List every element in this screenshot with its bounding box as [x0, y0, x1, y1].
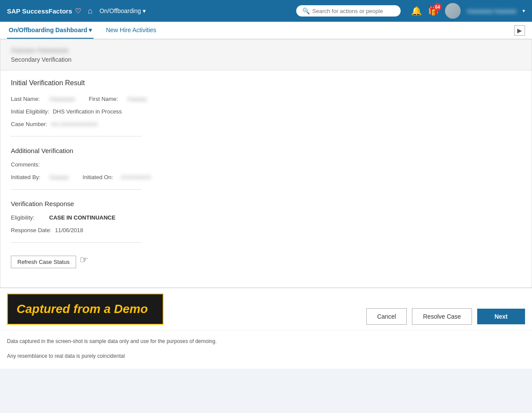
additional-verification-section: Additional Verification Comments: Initia… — [11, 147, 521, 190]
comments-field: Comments: — [11, 161, 49, 168]
module-chevron: ▾ — [143, 7, 146, 14]
dashboard-nav-item[interactable]: On/Offboarding Dashboard ▾ — [7, 22, 94, 39]
avatar[interactable] — [445, 3, 461, 19]
notification-badge: 64 — [434, 3, 442, 11]
response-date-row: Response Date: 11/06/2018 — [11, 227, 521, 233]
initiated-row: Initiated By: Aaaaaa Initiated On: AAAAA… — [11, 174, 521, 180]
section2-divider — [11, 189, 141, 190]
initial-verification-section: Initial Verification Result Last Name: A… — [11, 79, 521, 137]
eligibility-response-value: CASE IN CONTINUANCE — [49, 214, 115, 221]
gift-icon-container[interactable]: 🎁 64 — [428, 6, 439, 16]
resolve-case-button[interactable]: Resolve Case — [412, 308, 472, 325]
comments-row: Comments: — [11, 161, 521, 168]
last-name-value: Aaaaaaaa — [49, 96, 75, 102]
card-header: Aaaaaa Aaaaaaaa Secondary Verification — [0, 40, 532, 70]
case-number-row: Case Number: AA-AAAAAAAAAA — [11, 121, 521, 127]
page-subtitle: Secondary Verification — [11, 56, 521, 63]
search-input[interactable] — [312, 8, 395, 14]
new-hire-nav-item[interactable]: New Hire Activities — [104, 22, 158, 39]
disclaimer-line2: Any resemblance to real data is purely c… — [7, 349, 268, 363]
section3-divider — [11, 242, 141, 243]
section1-title: Initial Verification Result — [11, 79, 521, 87]
last-name-label: Last Name: — [11, 96, 46, 102]
section2-title: Additional Verification — [11, 147, 521, 154]
cancel-button[interactable]: Cancel — [366, 308, 407, 325]
initiated-on-field: Initiated On: AAAAAAAA — [83, 174, 151, 180]
initiated-on-label: Initiated On: — [83, 174, 117, 180]
first-name-label: First Name: — [89, 96, 124, 102]
play-button-container: ▶ — [514, 25, 525, 36]
demo-banner-container: Captured from a Demo — [0, 288, 171, 330]
main-card: Aaaaaa Aaaaaaaa Secondary Verification I… — [0, 39, 532, 288]
response-date-field: Response Date: 11/06/2018 — [11, 227, 83, 233]
home-icon[interactable]: ⌂ — [88, 7, 93, 16]
eligibility-row: Initial Eligibility: DHS Verification in… — [11, 108, 521, 115]
eligibility-response-label: Eligibility: — [11, 214, 46, 221]
module-label: On/Offboarding — [100, 7, 141, 14]
initiated-by-label: Initiated By: — [11, 174, 46, 180]
case-number-field: Case Number: AA-AAAAAAAAAA — [11, 121, 98, 127]
eligibility-response-row: Eligibility: CASE IN CONTINUANCE — [11, 214, 521, 221]
last-name-field: Last Name: Aaaaaaaa — [11, 96, 75, 102]
refresh-case-status-button[interactable]: Refresh Case Status — [11, 256, 76, 268]
section1-divider — [11, 136, 141, 137]
verification-response-section: Verification Response Eligibility: CASE … — [11, 200, 521, 268]
secondary-navigation: On/Offboarding Dashboard ▾ New Hire Acti… — [0, 22, 532, 39]
initial-eligibility-value: DHS Verification in Process — [53, 108, 122, 115]
nav-icons: 🔔 🎁 64 Aaaaaaaa Aaaaaaa ▾ — [411, 3, 525, 19]
brand-heart: ♡ — [75, 7, 81, 15]
module-dropdown[interactable]: On/Offboarding ▾ — [100, 7, 146, 14]
case-number-label: Case Number: — [11, 121, 47, 127]
response-date-label: Response Date: — [11, 227, 51, 233]
new-hire-label: New Hire Activities — [106, 27, 156, 33]
top-navigation: SAP SuccessFactors ♡ ⌂ On/Offboarding ▾ … — [0, 0, 532, 22]
initiated-on-value: AAAAAAAA — [121, 174, 151, 180]
eligibility-response-field: Eligibility: CASE IN CONTINUANCE — [11, 214, 115, 221]
comments-label: Comments: — [11, 161, 46, 168]
user-chevron[interactable]: ▾ — [522, 8, 525, 14]
initial-eligibility-label: Initial Eligibility: — [11, 108, 49, 115]
initiated-by-value: Aaaaaa — [49, 174, 69, 180]
brand-logo: SAP SuccessFactors ♡ — [7, 7, 81, 15]
dashboard-chevron: ▾ — [89, 27, 92, 33]
card-body: Initial Verification Result Last Name: A… — [0, 70, 532, 287]
user-name[interactable]: Aaaaaaaa Aaaaaaa — [467, 8, 516, 14]
cursor-icon: ☞ — [80, 254, 88, 266]
brand-name: SAP SuccessFactors — [7, 7, 72, 15]
employee-name: Aaaaaa Aaaaaaaa — [11, 47, 521, 54]
next-button[interactable]: Next — [477, 309, 525, 324]
bell-icon[interactable]: 🔔 — [411, 6, 422, 16]
case-number-value: AA-AAAAAAAAAA — [51, 121, 98, 127]
initial-eligibility-field: Initial Eligibility: DHS Verification in… — [11, 108, 122, 115]
section3-title: Verification Response — [11, 200, 521, 207]
initiated-by-field: Initiated By: Aaaaaa — [11, 174, 69, 180]
disclaimer-line1: Data captured in the screen-shot is samp… — [7, 334, 268, 349]
disclaimer-area: Data captured in the screen-shot is samp… — [0, 330, 532, 369]
play-button[interactable]: ▶ — [514, 25, 525, 36]
dashboard-label: On/Offboarding Dashboard — [9, 27, 87, 33]
first-name-field: First Name: Aaaaaa — [89, 96, 147, 102]
response-date-value: 11/06/2018 — [55, 227, 83, 233]
demo-banner: Captured from a Demo — [7, 293, 164, 325]
search-bar[interactable]: 🔍 — [296, 5, 401, 17]
name-row: Last Name: Aaaaaaaa First Name: Aaaaaa — [11, 96, 521, 102]
search-icon: 🔍 — [302, 7, 310, 14]
first-name-value: Aaaaaa — [127, 96, 147, 102]
